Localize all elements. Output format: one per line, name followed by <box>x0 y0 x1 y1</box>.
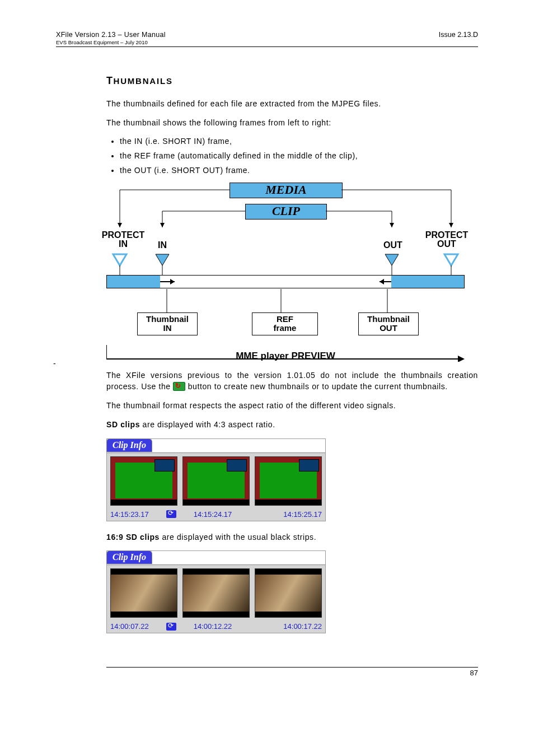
bullet-item: the REF frame (automatically defined in … <box>120 151 478 160</box>
svg-marker-7 <box>444 254 458 265</box>
timeline-protect-out-region <box>391 276 464 288</box>
hd-thumb-ref <box>182 568 250 618</box>
svg-marker-6 <box>385 254 399 265</box>
doc-title: XFile Version 2.13 – User Manual <box>56 31 166 39</box>
hd-tc-out: 14:00:17.22 <box>283 622 322 631</box>
loop-icon[interactable] <box>166 623 176 631</box>
sd-thumb-ref <box>182 456 250 506</box>
para-2: The thumbnail shows the following frames… <box>106 117 478 128</box>
bullet-item: the OUT (i.e. SHORT OUT) frame. <box>120 166 478 175</box>
page-footer: 87 <box>106 667 478 677</box>
hd-thumbs-row <box>107 564 325 621</box>
section-heading: THUMBNAILS <box>106 75 478 87</box>
refresh-thumbnails-icon[interactable] <box>173 382 185 391</box>
sd-thumb-in <box>110 456 177 506</box>
para-3: The XFile versions previous to the versi… <box>106 370 478 393</box>
header-left: XFile Version 2.13 – User Manual EVS Bro… <box>56 31 166 45</box>
bullet-list: the IN (i.e. SHORT IN) frame, the REF fr… <box>106 137 478 175</box>
bullet-item: the IN (i.e. SHORT IN) frame, <box>120 137 478 146</box>
thumbnails-diagram: - MEDIA CLIP PROTECT IN IN OUT PROTECT O… <box>106 183 465 362</box>
clipinfo-tab[interactable]: Clip Info <box>106 550 152 564</box>
hd-thumb-out <box>255 568 322 618</box>
svg-marker-5 <box>156 254 169 265</box>
clipinfo-tab[interactable]: Clip Info <box>106 438 152 452</box>
sd-tc-ref: 14:15:24.17 <box>194 510 232 519</box>
stray-dash: - <box>53 359 56 368</box>
svg-marker-0 <box>118 223 122 227</box>
hd-timecodes: 14:00:07.22 14:00:12.22 14:00:17.22 <box>107 621 325 633</box>
sd-tc-out: 14:15:25.17 <box>283 510 322 519</box>
hd-tc-ref: 14:00:12.22 <box>194 622 232 631</box>
thumb-in-box: Thumbnail IN <box>137 312 198 335</box>
clipinfo-sd-panel: Clip Info 14:15:23.17 14:15:24.17 14:15:… <box>106 438 326 521</box>
svg-marker-2 <box>160 223 165 227</box>
timeline-bar <box>106 275 465 288</box>
sd-timecodes: 14:15:23.17 14:15:24.17 14:15:25.17 <box>107 509 325 521</box>
hd-tc-in: 14:00:07.22 <box>110 622 149 631</box>
thumb-out-box: Thumbnail OUT <box>358 312 419 335</box>
para-5: SD clips are displayed with 4:3 aspect r… <box>106 419 478 430</box>
page-number: 87 <box>470 669 478 677</box>
timeline-protect-in-region <box>107 276 160 288</box>
doc-subtitle: EVS Broadcast Equipment – July 2010 <box>56 39 166 45</box>
mme-preview-label: MME player PREVIEW <box>106 351 465 362</box>
hd-thumb-in <box>110 568 177 618</box>
svg-marker-1 <box>449 223 453 227</box>
sd-thumbs-row <box>107 452 325 509</box>
para-1: The thumbnails defined for each file are… <box>106 98 478 109</box>
header-issue: Issue 2.13.D <box>439 31 478 39</box>
ref-frame-box: REF frame <box>252 312 318 335</box>
svg-marker-3 <box>390 223 394 227</box>
sd-thumb-out <box>255 456 322 506</box>
page-header: XFile Version 2.13 – User Manual EVS Bro… <box>56 31 478 47</box>
sd-tc-in: 14:15:23.17 <box>110 510 149 519</box>
para-4: The thumbnail format respects the aspect… <box>106 400 478 411</box>
para-6: 16:9 SD clips are displayed with the usu… <box>106 531 478 543</box>
svg-marker-4 <box>113 254 127 265</box>
loop-icon[interactable] <box>166 510 176 518</box>
clipinfo-169-panel: Clip Info 14:00:07.22 14:00:12.22 14:00:… <box>106 550 326 633</box>
